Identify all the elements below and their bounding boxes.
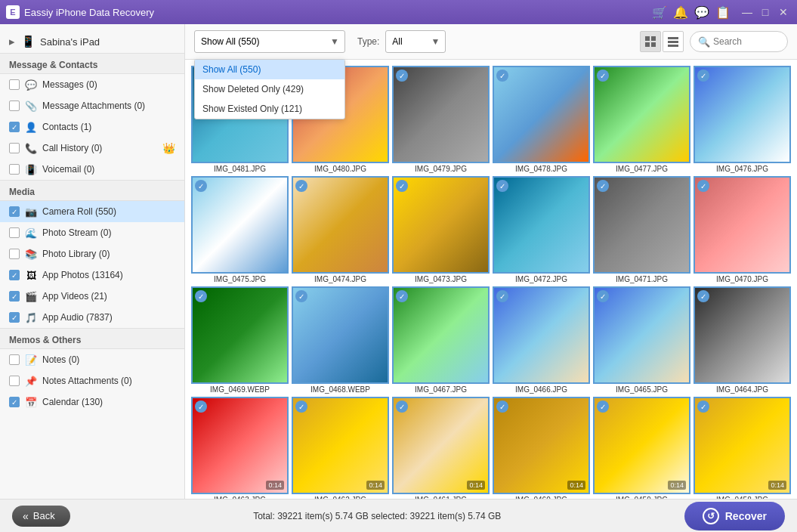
list-view-button[interactable] [663,31,684,52]
minimize-button[interactable]: — [740,5,755,20]
photo-label-20: IMG_0462.JPG [292,496,389,499]
photo-duration-20: 0:14 [366,481,385,490]
maximize-button[interactable]: □ [758,5,773,20]
photo-thumb-7: ✓ [191,176,289,274]
photo-cell-11[interactable]: ✓IMG_0471.JPG [593,176,690,283]
photo-thumb-18: ✓ [694,286,791,384]
search-box: 🔍 [690,31,788,52]
photo-check-23: ✓ [597,401,609,413]
photo-stream-checkbox[interactable] [9,227,20,238]
photo-thumb-23: ✓0:14 [593,397,690,494]
photo-cell-24[interactable]: ✓0:14IMG_0458.JPG [694,397,791,499]
voicemail-icon: 📳 [24,162,38,176]
filter-dropdown-wrapper: Show All (550) Show Deleted Only (429) S… [194,30,345,53]
photo-check-18: ✓ [697,290,709,302]
back-button[interactable]: « Back [12,506,70,527]
notes-attach-checkbox[interactable] [9,376,20,386]
section-memos-others: Memos & Others [0,328,184,349]
sidebar-item-photo-stream[interactable]: 🌊 Photo Stream (0) [0,222,184,243]
main-container: ▸ 📱 Sabina's iPad Message & Contacts 💬 M… [0,24,797,499]
photo-cell-4[interactable]: ✓IMG_0478.JPG [493,66,590,173]
search-input[interactable] [713,36,780,47]
type-dropdown[interactable]: All JPG PNG WEBP [385,30,446,53]
sidebar-item-notes-attachments[interactable]: 📌 Notes Attachments (0) [0,370,184,391]
photo-cell-22[interactable]: ✓0:14IMG_0460.JPG [493,397,590,499]
chat-icon[interactable]: 💬 [694,5,709,20]
photo-cell-21[interactable]: ✓0:14IMG_0461.JPG [392,397,490,499]
notes-icon: 📝 [24,353,38,367]
grid-view-button[interactable] [640,31,661,52]
photo-check-20: ✓ [295,401,307,413]
photo-label-17: IMG_0465.JPG [593,385,690,394]
svg-rect-0 [645,36,650,41]
popup-item-all[interactable]: Show All (550) [195,60,344,79]
photo-cell-18[interactable]: ✓IMG_0464.JPG [694,286,791,394]
recover-button[interactable]: ↺ Recover [684,502,785,530]
photo-check-22: ✓ [496,401,508,413]
sidebar-item-app-videos[interactable]: ✓ 🎬 App Videos (21) [0,286,184,307]
close-button[interactable]: ✕ [776,5,791,20]
photo-cell-12[interactable]: ✓IMG_0470.JPG [694,176,791,283]
photo-cell-20[interactable]: ✓0:14IMG_0462.JPG [292,397,389,499]
filter-dropdown[interactable]: Show All (550) Show Deleted Only (429) S… [194,30,345,53]
recover-label: Recover [725,510,767,522]
photo-library-checkbox[interactable] [9,249,20,259]
clipboard-icon[interactable]: 📋 [715,5,731,20]
device-item[interactable]: ▸ 📱 Sabina's iPad [0,30,184,53]
photo-duration-24: 0:14 [768,481,786,490]
app-photos-checkbox[interactable]: ✓ [9,270,20,280]
sidebar: ▸ 📱 Sabina's iPad Message & Contacts 💬 M… [0,24,185,499]
cart-icon[interactable]: 🛒 [652,5,667,20]
photo-cell-16[interactable]: ✓IMG_0466.JPG [493,286,590,394]
photo-cell-15[interactable]: ✓IMG_0467.JPG [392,286,490,394]
popup-item-existed[interactable]: Show Existed Only (121) [195,99,344,119]
photo-cell-14[interactable]: ✓IMG_0468.WEBP [292,286,389,394]
sidebar-item-notes[interactable]: 📝 Notes (0) [0,349,184,370]
voicemail-checkbox[interactable] [9,164,20,175]
camera-roll-checkbox[interactable]: ✓ [9,206,20,217]
app-audio-icon: 🎵 [24,311,38,324]
sidebar-item-app-audio[interactable]: ✓ 🎵 App Audio (7837) [0,307,184,328]
photo-cell-9[interactable]: ✓IMG_0473.JPG [392,176,490,283]
sidebar-item-calendar[interactable]: ✓ 📅 Calendar (130) [0,391,184,413]
photo-cell-10[interactable]: ✓IMG_0472.JPG [493,176,590,283]
bell-icon[interactable]: 🔔 [673,5,688,20]
photo-cell-23[interactable]: ✓0:14IMG_0459.JPG [593,397,690,499]
svg-rect-4 [668,37,678,39]
sidebar-item-photo-library[interactable]: 📚 Photo Library (0) [0,243,184,264]
photo-cell-8[interactable]: ✓IMG_0474.JPG [292,176,389,283]
sidebar-item-app-photos[interactable]: ✓ 🖼 App Photos (13164) [0,264,184,286]
photo-cell-19[interactable]: ✓0:14IMG_0463.JPG [191,397,289,499]
photo-cell-5[interactable]: ✓IMG_0477.JPG [593,66,690,173]
notes-checkbox[interactable] [9,354,20,365]
photo-label-6: IMG_0476.JPG [694,165,791,173]
photo-cell-13[interactable]: ✓IMG_0469.WEBP [191,286,289,394]
photo-label-10: IMG_0472.JPG [493,275,590,283]
photo-cell-7[interactable]: ✓IMG_0475.JPG [191,176,289,283]
photo-cell-6[interactable]: ✓IMG_0476.JPG [694,66,791,173]
sidebar-item-contacts[interactable]: ✓ 👤 Contacts (1) [0,116,184,138]
msg-attach-checkbox[interactable] [9,101,20,111]
photo-check-15: ✓ [396,290,408,302]
app-videos-checkbox[interactable]: ✓ [9,291,20,302]
sidebar-item-voicemail[interactable]: 📳 Voicemail (0) [0,159,184,180]
photo-check-13: ✓ [195,290,207,302]
photo-check-24: ✓ [697,401,709,413]
photo-label-3: IMG_0479.JPG [392,165,490,173]
sidebar-item-messages[interactable]: 💬 Messages (0) [0,74,184,95]
sidebar-item-camera-roll[interactable]: ✓ 📷 Camera Roll (550) [0,201,184,222]
contacts-checkbox[interactable]: ✓ [9,122,20,132]
messages-checkbox[interactable] [9,79,20,90]
photo-cell-17[interactable]: ✓IMG_0465.JPG [593,286,690,394]
sidebar-item-call-history[interactable]: 📞 Call History (0) 👑 [0,138,184,159]
calendar-checkbox[interactable]: ✓ [9,397,20,407]
photo-label-1: IMG_0481.JPG [191,165,289,173]
popup-item-deleted[interactable]: Show Deleted Only (429) [195,79,344,99]
sidebar-item-message-attachments[interactable]: 📎 Message Attachments (0) [0,95,184,116]
grid-icon [644,36,656,48]
call-history-checkbox[interactable] [9,143,20,153]
app-audio-checkbox[interactable]: ✓ [9,312,20,323]
photo-cell-3[interactable]: ✓IMG_0479.JPG [392,66,490,173]
photo-thumb-20: ✓0:14 [292,397,389,494]
photo-check-17: ✓ [597,290,609,302]
